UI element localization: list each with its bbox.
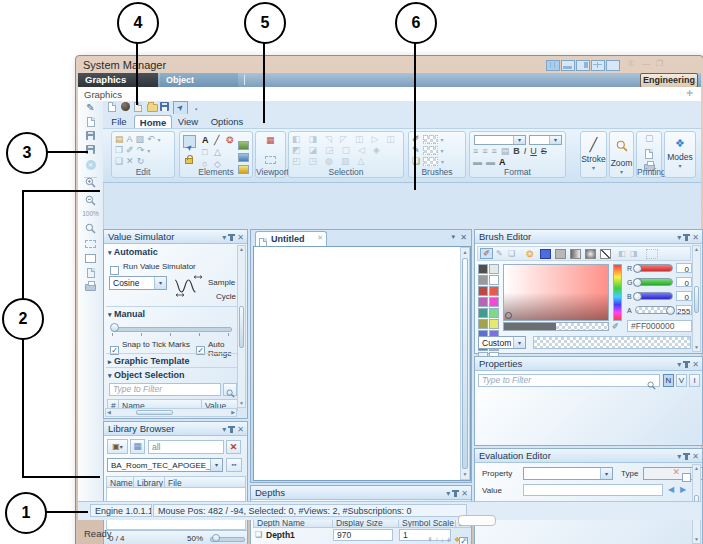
undo-icon[interactable]: ↶ (147, 135, 155, 144)
italic-button[interactable]: I (524, 147, 527, 156)
library-source-button[interactable]: ▣▾ (107, 439, 128, 454)
add-depth-icon[interactable]: ❖ (454, 536, 460, 543)
eraser-icon[interactable]: ▨ (136, 135, 145, 144)
document-tab[interactable]: Untitled ✕ (255, 231, 327, 246)
selection-tool-icon[interactable]: ◸ (340, 135, 347, 144)
selection-tool-icon[interactable]: ◫ (386, 135, 395, 144)
brightness-icon[interactable]: ❂ (526, 249, 534, 259)
font-tool-icon[interactable]: A (127, 135, 133, 144)
background-brush-swatch[interactable] (423, 157, 438, 166)
redo-icon[interactable]: ↷ (137, 146, 145, 155)
object-filter-search-icon[interactable] (223, 383, 237, 396)
selection-tool-icon[interactable]: ◫ (355, 135, 364, 144)
alpha-slider-thumb[interactable] (666, 306, 675, 315)
linear-gradient-swatch[interactable] (570, 249, 581, 259)
panel-close-icon[interactable]: ✕ (237, 425, 244, 434)
line-tool-icon[interactable]: ╱ (214, 136, 219, 145)
ribbon-tab-view[interactable]: View (173, 115, 203, 128)
clear-search-icon[interactable]: ✕ (226, 440, 241, 454)
scroll-right-icon[interactable]: ▶ (231, 409, 235, 416)
panel-close-icon[interactable]: ✕ (237, 233, 244, 242)
library-zoom-thumb[interactable] (212, 534, 220, 542)
scroll-up-icon[interactable]: ▲ (693, 465, 700, 472)
next-icon[interactable]: ▶ (680, 485, 686, 494)
close-document-icon[interactable]: ✕ (78, 159, 103, 170)
rectangle-tool-icon[interactable]: □ (202, 148, 207, 157)
value-bar[interactable] (503, 322, 609, 331)
panel-pin-icon[interactable] (685, 361, 688, 368)
selection-tool-icon[interactable]: ◪ (309, 146, 318, 155)
property-select[interactable]: ▾ (523, 467, 613, 480)
layout-split-bottom-button[interactable] (561, 60, 575, 71)
scroll-down-icon[interactable]: ▼ (461, 471, 469, 478)
alpha-value[interactable]: 255 (676, 305, 692, 315)
panel-menu-icon[interactable]: ▾ (446, 489, 450, 498)
selection-tool-icon[interactable]: ◍ (325, 157, 333, 166)
restore-icon[interactable]: ❐ (656, 59, 663, 68)
palette-swatch[interactable] (489, 286, 499, 296)
move-up-icon[interactable]: ↑ (435, 536, 439, 543)
selection-tool-icon[interactable]: ▷ (371, 135, 378, 144)
scroll-up-icon[interactable]: ▲ (238, 246, 245, 253)
line-height-icon[interactable]: ▬ (486, 158, 495, 167)
panel-menu-icon[interactable]: ▾ (677, 360, 681, 369)
qat-library-icon[interactable] (121, 102, 130, 114)
zoom-in-icon[interactable] (78, 177, 103, 190)
document-close-icon[interactable]: ✕ (460, 233, 467, 242)
section-graphic-template[interactable]: ▸ Graphic Template (108, 356, 189, 366)
delete-icon[interactable]: ✕ (126, 157, 134, 166)
texture-icon[interactable] (646, 249, 658, 259)
panel-pin-icon[interactable] (685, 453, 688, 460)
brush-type-select[interactable]: Custom▾ (478, 336, 526, 349)
radial-gradient-swatch[interactable] (585, 249, 596, 259)
move-down-icon[interactable]: ↓ (441, 536, 445, 543)
layout-split-right-button[interactable] (576, 60, 590, 71)
palette-swatch[interactable] (478, 319, 488, 329)
align-left-icon[interactable]: ≡ (473, 147, 478, 156)
ribbon-tab-home[interactable]: Home (134, 115, 172, 129)
font-size-select[interactable]: ▾ (529, 135, 562, 145)
selection-tool-icon[interactable]: ▢ (342, 146, 351, 155)
panel-menu-icon[interactable]: ▾ (677, 233, 681, 242)
value-simulator-vscrollbar[interactable]: ▲ ▼ (237, 245, 246, 408)
palette-swatch[interactable] (489, 308, 499, 318)
depth-row-name[interactable]: Depth1 (266, 530, 295, 540)
color-marker[interactable] (505, 312, 512, 319)
scroll-thumb[interactable] (136, 410, 173, 415)
red-slider-thumb[interactable] (633, 264, 642, 273)
redo-dropdown-icon[interactable]: ▾ (147, 148, 150, 154)
fill-brush-swatch[interactable] (423, 135, 438, 144)
align-center-icon[interactable]: ≡ (482, 147, 487, 156)
viewport-select-icon[interactable] (265, 150, 276, 168)
engineering-button[interactable]: Engineering (640, 73, 698, 88)
filter-name-button[interactable]: N (663, 374, 674, 387)
selection-tool-icon[interactable]: ◩ (292, 146, 301, 155)
modes-button[interactable]: ❖ Modes ▾ (664, 131, 696, 178)
properties-filter-input[interactable]: Type to Filter (478, 374, 660, 387)
selection-tool-icon[interactable]: △ (357, 157, 364, 166)
stroke-button[interactable]: ╱ Stroke ▾ (580, 131, 607, 178)
solid-brush-icon[interactable]: ✐ (480, 248, 493, 259)
scroll-down-icon[interactable]: ▼ (238, 400, 245, 407)
manual-slider-thumb[interactable] (110, 323, 119, 332)
filter-info-button[interactable]: I (689, 374, 700, 387)
selection-tool-icon[interactable]: ◳ (309, 157, 318, 166)
scroll-thumb[interactable] (239, 306, 244, 348)
scroll-left-icon[interactable]: ◀ (107, 409, 111, 416)
panel-pin-icon[interactable] (230, 426, 233, 433)
undo-dropdown-icon[interactable]: ▾ (158, 137, 161, 143)
selection-tool-icon[interactable]: ◈ (373, 146, 380, 155)
lock-tool-icon[interactable] (185, 150, 193, 168)
stroke-brush-swatch[interactable] (423, 146, 438, 155)
palette-swatch[interactable] (478, 297, 488, 307)
canvas-vscrollbar[interactable]: ▲ ▼ (460, 247, 470, 480)
panel-pin-icon[interactable] (230, 234, 233, 241)
pencil-icon[interactable]: ✎ (78, 103, 103, 113)
save-icon[interactable] (78, 131, 103, 142)
zoom-level-label[interactable]: 100% (78, 211, 103, 218)
window-grip[interactable] (458, 515, 496, 526)
fit-view-icon[interactable] (78, 254, 103, 265)
underline-button[interactable]: U (530, 147, 537, 156)
duplicate-icon[interactable]: ❏ (115, 157, 123, 166)
fill-brush-dropdown-icon[interactable]: ▾ (441, 137, 444, 143)
